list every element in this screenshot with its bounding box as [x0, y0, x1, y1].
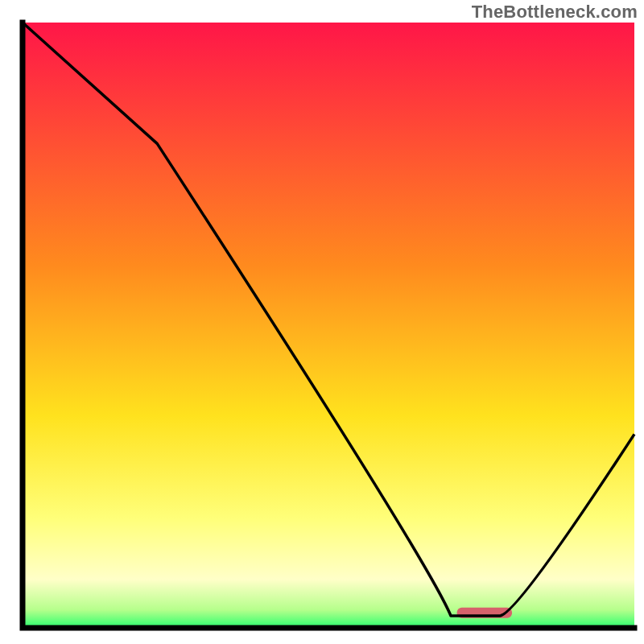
chart-container: TheBottleneck.com [0, 0, 644, 644]
bottleneck-chart [0, 0, 644, 644]
watermark-text: TheBottleneck.com [472, 2, 638, 23]
plot-background [23, 23, 634, 628]
